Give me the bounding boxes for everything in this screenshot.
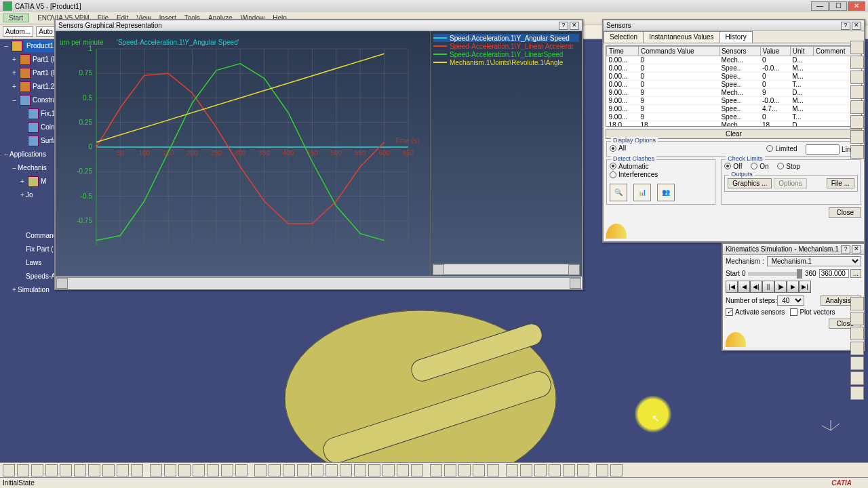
limited-input[interactable] (806, 144, 840, 155)
tool-button[interactable] (3, 464, 15, 476)
tool-button[interactable] (45, 464, 58, 476)
radio-stop[interactable]: Stop (777, 163, 800, 170)
options-button[interactable]: Options (774, 178, 806, 188)
tool-button[interactable] (283, 464, 295, 476)
tool-button[interactable] (297, 464, 309, 476)
tool-button[interactable] (850, 312, 864, 325)
tool-button[interactable] (117, 464, 129, 476)
history-table[interactable]: TimeCommands ValueSensorsValueUnitCommen… (606, 45, 862, 127)
combo-auto1[interactable]: Autom... (3, 26, 33, 37)
tool-button[interactable] (850, 130, 864, 144)
tool-button[interactable] (850, 386, 864, 400)
tool-button[interactable] (269, 464, 281, 476)
tool-button[interactable] (411, 464, 423, 476)
radio-interferences[interactable]: Interferences (610, 171, 658, 178)
tool-button[interactable] (311, 464, 323, 476)
tool-button[interactable] (354, 464, 366, 476)
tool-button[interactable] (207, 464, 219, 476)
tool-button[interactable] (850, 85, 864, 99)
tool-button[interactable] (326, 464, 338, 476)
close-button[interactable]: ✕ (848, 1, 865, 11)
clash-icon-button[interactable]: 🔍 (610, 184, 627, 201)
tree-constraints[interactable]: Constra (33, 94, 56, 106)
tree-root[interactable]: Product1 (24, 40, 56, 52)
tool-button[interactable] (534, 464, 547, 476)
tool-button[interactable] (473, 464, 485, 476)
tree-item[interactable]: M (41, 176, 46, 188)
tool-button[interactable] (193, 464, 205, 476)
end-input[interactable] (819, 269, 849, 278)
compass-icon[interactable] (821, 420, 841, 441)
tab-instantaneous[interactable]: Instantaneous Values (643, 31, 719, 43)
graph-scrollbar[interactable] (56, 277, 581, 288)
tree-simulation[interactable]: Simulation (18, 284, 50, 296)
clash-icon-button[interactable]: 📊 (633, 184, 651, 201)
legend-scrollbar[interactable] (433, 264, 580, 274)
steps-select[interactable]: 40 (777, 296, 804, 306)
tool-button[interactable] (254, 464, 267, 476)
legend-item[interactable]: Speed-Acceleration.1\Y_LinearSpeed (433, 50, 579, 58)
tool-button[interactable] (368, 464, 380, 476)
tool-button[interactable] (444, 464, 456, 476)
3d-viewport[interactable] (285, 297, 590, 488)
tree-applications[interactable]: Applications (9, 148, 46, 161)
tool-button[interactable] (430, 464, 442, 476)
tool-button[interactable] (17, 464, 29, 476)
win-close-button[interactable]: ✕ (570, 22, 579, 30)
radio-automatic[interactable]: Automatic (610, 163, 648, 170)
tool-button[interactable] (102, 464, 115, 476)
prev-button[interactable]: ◀ (738, 281, 750, 293)
minimize-button[interactable]: — (811, 1, 829, 11)
tool-button[interactable] (458, 464, 471, 476)
tool-button[interactable] (340, 464, 352, 476)
tab-selection[interactable]: Selection (604, 31, 644, 43)
tab-history[interactable]: History (719, 31, 753, 43)
plot-area[interactable]: -0.75-0.5-0.2500.250.50.7515010015020025… (56, 31, 430, 277)
tool-button[interactable] (850, 41, 864, 54)
tree-item[interactable]: Jo (26, 189, 33, 201)
graphics-button[interactable]: Graphics ... (728, 178, 772, 188)
plot-vectors-checkbox[interactable]: Plot vectors (790, 308, 835, 316)
time-slider[interactable] (748, 272, 802, 276)
tool-button[interactable] (577, 464, 589, 476)
legend-item[interactable]: Speed-Acceleration.1\Y_Angular Speed (433, 34, 579, 42)
tool-button[interactable] (563, 464, 575, 476)
combo-auto2[interactable]: Auto (36, 26, 56, 37)
radio-off[interactable]: Off (724, 163, 742, 170)
win-help-button[interactable]: ? (559, 22, 568, 30)
tool-button[interactable] (850, 115, 864, 129)
tool-button[interactable] (235, 464, 248, 476)
first-button[interactable]: |◀ (726, 281, 738, 293)
tool-button[interactable] (31, 464, 43, 476)
tool-button[interactable] (850, 371, 864, 385)
tool-button[interactable] (221, 464, 233, 476)
tool-button[interactable] (487, 464, 499, 476)
menu-start[interactable]: Start (3, 14, 29, 22)
mechanism-select[interactable]: Mechanism.1 (767, 256, 861, 266)
activate-sensors-checkbox[interactable]: ✓Activate sensors (726, 308, 785, 316)
tool-button[interactable] (850, 56, 864, 69)
maximize-button[interactable]: ☐ (829, 1, 847, 11)
radio-on[interactable]: On (751, 163, 768, 170)
tool-button[interactable] (150, 464, 162, 476)
tool-button[interactable] (520, 464, 532, 476)
legend-item[interactable]: Speed-Acceleration.1\Y_Linear Accelerat (433, 42, 579, 50)
tree-laws[interactable]: Laws (26, 257, 41, 269)
tool-button[interactable] (850, 70, 864, 84)
tool-button[interactable] (850, 327, 864, 340)
step-fwd-button[interactable]: |▶ (774, 281, 787, 293)
tool-button[interactable] (178, 464, 191, 476)
tool-button[interactable] (60, 464, 72, 476)
tree-item[interactable]: Fix.1 (41, 108, 56, 120)
tree-item[interactable]: Coin (41, 121, 55, 134)
win-help-button[interactable]: ? (841, 22, 850, 30)
legend-item[interactable]: Mechanism.1\Joints\Revolute.1\Angle (433, 58, 579, 66)
tool-button[interactable] (382, 464, 395, 476)
step-back-button[interactable]: ◀| (750, 281, 762, 293)
tool-button[interactable] (506, 464, 518, 476)
radio-all[interactable]: All (610, 144, 626, 152)
tool-button[interactable] (74, 464, 86, 476)
tool-button[interactable] (850, 100, 864, 114)
tool-button[interactable] (850, 357, 864, 370)
clash-icon-button[interactable]: 👥 (657, 184, 675, 201)
